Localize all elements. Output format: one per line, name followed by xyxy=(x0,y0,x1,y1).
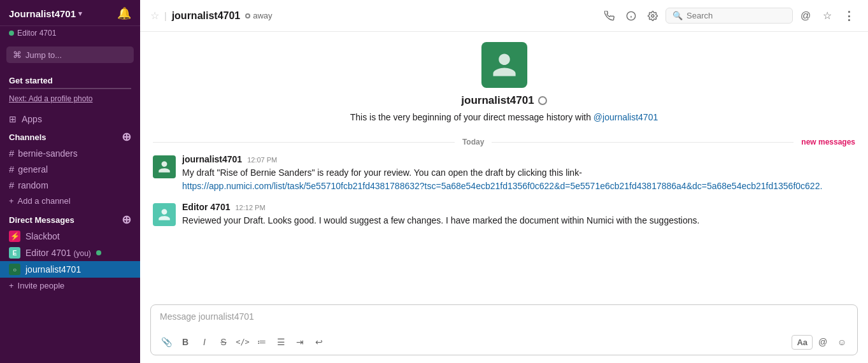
get-started-divider xyxy=(9,88,131,89)
message-header: journalist4701 12:07 PM xyxy=(182,154,855,164)
strikethrough-button[interactable]: S xyxy=(215,333,232,351)
channels-heading-label: Channels xyxy=(9,132,46,142)
message-sender: Editor 4701 xyxy=(182,202,230,212)
channel-item-random[interactable]: # random xyxy=(0,177,140,193)
header-left: ☆ | journalist4701 away xyxy=(150,10,273,22)
sidebar: Journalist4701 ▾ 🔔 Editor 4701 ⌘ Jump to… xyxy=(0,0,140,363)
star-icon[interactable]: ☆ xyxy=(150,10,159,22)
message-time: 12:12 PM xyxy=(235,204,265,211)
aa-button[interactable]: Aa xyxy=(792,335,813,350)
get-started-next: Next: Add a profile photo xyxy=(0,93,140,107)
add-channel-button[interactable]: + Add a channel xyxy=(0,193,140,209)
channel-item-general[interactable]: # general xyxy=(0,161,140,177)
unordered-list-button[interactable]: ☰ xyxy=(272,333,290,351)
today-divider: Today new messages xyxy=(153,138,855,146)
dm-intro: journalist4701 This is the very beginnin… xyxy=(153,42,855,122)
dm-name: Slackbot xyxy=(25,231,60,241)
emoji-button[interactable]: ☺ xyxy=(833,333,851,351)
message-content: journalist4701 12:07 PM My draft "Rise o… xyxy=(182,154,855,193)
user-status: Editor 4701 xyxy=(0,26,140,43)
message-input[interactable] xyxy=(160,311,848,322)
phone-icon[interactable] xyxy=(601,7,618,25)
plus-icon: + xyxy=(9,196,14,206)
workspace-chevron-icon: ▾ xyxy=(78,10,82,18)
away-dot-icon xyxy=(245,13,250,18)
message-text: Reviewed your Draft. Looks good. I would… xyxy=(182,214,855,227)
dm-item-editor4701[interactable]: E Editor 4701 (you) xyxy=(0,245,140,261)
mention-link[interactable]: @journalist4701 xyxy=(594,112,658,122)
add-dm-icon[interactable]: ⊕ xyxy=(122,214,131,225)
dm-item-slackbot[interactable]: ⚡ Slackbot xyxy=(0,228,140,245)
plus-icon: + xyxy=(9,281,14,290)
indent-button[interactable]: ⇥ xyxy=(291,333,309,351)
user-name-label: Editor 4701 xyxy=(17,29,56,38)
search-input[interactable] xyxy=(687,11,786,20)
workspace-name[interactable]: Journalist4701 ▾ xyxy=(9,8,82,19)
apps-grid-icon: ⊞ xyxy=(9,114,17,124)
more-icon[interactable]: ⋮ xyxy=(840,7,858,25)
channel-name: general xyxy=(18,164,48,174)
svg-point-3 xyxy=(651,15,654,17)
divider-line-right xyxy=(492,142,793,143)
message-sender: journalist4701 xyxy=(182,154,242,164)
conversation-title: journalist4701 xyxy=(172,10,241,22)
at-icon[interactable]: @ xyxy=(797,7,815,25)
slackbot-avatar: ⚡ xyxy=(9,231,20,242)
header-divider: | xyxy=(164,11,167,21)
attach-button[interactable]: 📎 xyxy=(157,333,175,351)
today-label: Today xyxy=(462,138,484,146)
dm-name: Editor 4701 (you) xyxy=(25,248,91,258)
search-box[interactable]: 🔍 xyxy=(665,8,793,24)
dm-intro-name-label: journalist4701 xyxy=(461,94,534,107)
channel-name: random xyxy=(18,180,48,190)
info-icon[interactable] xyxy=(622,7,640,25)
message-input-area: 📎 B I S </> ≔ ☰ ⇥ ↩ Aa @ ☺ xyxy=(150,304,858,355)
jump-to-icon: ⌘ xyxy=(13,50,22,60)
get-started-next-label[interactable]: Next: Add a profile photo xyxy=(9,94,92,103)
star-filled-icon[interactable]: ☆ xyxy=(818,7,836,25)
channel-hash-icon: # xyxy=(9,148,14,159)
message-content: Editor 4701 12:12 PM Reviewed your Draft… xyxy=(182,202,855,227)
dm-item-journalist4701[interactable]: ○ journalist4701 xyxy=(0,261,140,278)
workspace-name-label: Journalist4701 xyxy=(9,8,76,19)
online-dot-icon xyxy=(96,250,101,255)
status-circle-icon xyxy=(538,96,547,105)
channels-header: Channels ⊕ xyxy=(0,127,140,145)
editor-avatar: E xyxy=(9,247,20,259)
at-button[interactable]: @ xyxy=(814,333,832,351)
message-header: Editor 4701 12:12 PM xyxy=(182,202,855,212)
settings-icon[interactable] xyxy=(644,7,662,25)
message-link[interactable]: https://app.numici.com/list/task/5e55710… xyxy=(182,181,822,191)
message-text: My draft "Rise of Bernie Sanders" is rea… xyxy=(182,166,855,193)
ordered-list-button[interactable]: ≔ xyxy=(253,333,271,351)
channel-item-bernie-sanders[interactable]: # bernie-sanders xyxy=(0,145,140,161)
dm-header: Direct Messages ⊕ xyxy=(0,209,140,228)
message-row: Editor 4701 12:12 PM Reviewed your Draft… xyxy=(153,202,855,227)
input-toolbar: 📎 B I S </> ≔ ☰ ⇥ ↩ Aa @ ☺ xyxy=(151,331,857,355)
channel-name: bernie-sanders xyxy=(18,148,77,159)
user-status-label: away xyxy=(245,11,272,20)
bold-button[interactable]: B xyxy=(176,333,194,351)
code-button[interactable]: </> xyxy=(234,333,252,351)
messages-area: journalist4701 This is the very beginnin… xyxy=(140,32,868,304)
apps-button[interactable]: ⊞ Apps xyxy=(0,111,140,127)
jump-to-label: Jump to... xyxy=(25,50,62,60)
add-channel-label: Add a channel xyxy=(18,196,71,206)
journalist-msg-avatar xyxy=(153,155,176,178)
add-channel-icon[interactable]: ⊕ xyxy=(122,131,131,143)
dm-intro-text: This is the very beginning of your direc… xyxy=(350,112,658,122)
editor-msg-avatar xyxy=(153,203,176,226)
italic-button[interactable]: I xyxy=(196,333,213,351)
more-formatting-button[interactable]: ↩ xyxy=(310,333,328,351)
search-icon: 🔍 xyxy=(672,11,683,20)
bell-icon[interactable]: 🔔 xyxy=(117,6,131,20)
away-text: away xyxy=(253,11,272,20)
apps-label: Apps xyxy=(22,114,42,124)
message-time: 12:07 PM xyxy=(247,156,277,164)
dm-intro-avatar xyxy=(481,42,527,88)
new-messages-label: new messages xyxy=(801,138,855,146)
dm-intro-name: journalist4701 xyxy=(461,94,546,107)
invite-people-button[interactable]: + Invite people xyxy=(0,278,140,294)
get-started-heading: Get started xyxy=(0,72,140,88)
jump-to-button[interactable]: ⌘ Jump to... xyxy=(6,46,134,63)
